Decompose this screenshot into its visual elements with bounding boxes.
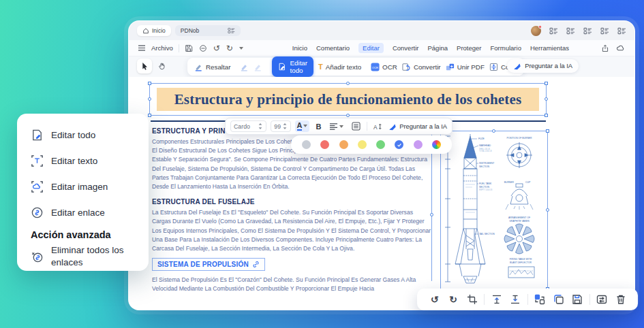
nav-herramientas[interactable]: Herramientas xyxy=(530,44,569,52)
color-swatch-red[interactable] xyxy=(320,140,329,149)
color-swatch-orange[interactable] xyxy=(339,140,348,149)
selection-handle[interactable] xyxy=(346,82,350,85)
ocr-button[interactable]: OCR OCR xyxy=(371,63,397,71)
edit-text-icon xyxy=(31,154,44,167)
ask-ai-format-button[interactable]: Preguntar a la IA xyxy=(388,122,447,131)
panel-icon[interactable] xyxy=(549,27,558,35)
pen-icon[interactable] xyxy=(254,63,262,71)
selection-handle[interactable] xyxy=(346,114,350,117)
selection-handle[interactable] xyxy=(148,97,151,101)
user-avatar[interactable] xyxy=(531,26,541,36)
ask-ai-button[interactable]: Preguntar a la IA xyxy=(507,59,579,73)
selection-handle[interactable] xyxy=(546,129,549,133)
pen-icon[interactable] xyxy=(240,63,249,71)
convertir-button[interactable]: Convertir xyxy=(402,63,441,71)
color-swatch-purple[interactable] xyxy=(414,140,423,149)
align-top-icon[interactable] xyxy=(490,293,504,306)
tab-label: Inicio xyxy=(152,27,166,34)
align-bottom-icon[interactable] xyxy=(508,293,522,306)
swap-icon[interactable] xyxy=(595,293,609,306)
color-swatch-custom[interactable] xyxy=(432,140,441,149)
title-selection-frame[interactable]: Estructura y principio de funcionamiento… xyxy=(149,83,547,116)
delete-icon[interactable] xyxy=(614,293,628,306)
chevron-down-icon[interactable] xyxy=(239,47,243,50)
save-image-icon[interactable] xyxy=(570,293,584,306)
nav-pagina[interactable]: Página xyxy=(427,44,448,52)
selection-handle[interactable] xyxy=(148,114,151,117)
selection-handle[interactable] xyxy=(430,213,433,216)
duplicate-icon[interactable] xyxy=(552,293,566,306)
section-link-heading[interactable]: SISTEMA DE PROPULSIÓN xyxy=(152,258,265,271)
edit-context-menu: Editar todo Editar texto Editar imagen E… xyxy=(17,114,149,271)
font-color-button[interactable]: A xyxy=(295,120,310,133)
nav-comentario[interactable]: Comentario xyxy=(316,44,350,52)
tab-inicio[interactable]: Inicio xyxy=(137,25,171,36)
section-paragraph[interactable]: El Sistema De Propulsión Es El "Corazón"… xyxy=(152,276,433,293)
unir-pdf-button[interactable]: Unir PDF xyxy=(446,63,485,71)
align-button[interactable] xyxy=(327,121,346,132)
undo-icon[interactable]: ↺ xyxy=(428,293,442,306)
panel-icon[interactable] xyxy=(617,27,626,35)
menu-item-editar-texto[interactable]: Editar texto xyxy=(31,148,138,174)
color-swatch-yellow[interactable] xyxy=(358,140,367,149)
bold-button[interactable]: B xyxy=(313,121,323,132)
undo-icon[interactable]: ↺ xyxy=(213,44,220,52)
hand-tool-button[interactable] xyxy=(155,59,170,73)
nav-proteger[interactable]: Proteger xyxy=(457,44,481,52)
merge-icon xyxy=(446,63,455,71)
editar-todo-button[interactable]: Editar todo xyxy=(272,56,313,77)
tab-list-icon[interactable] xyxy=(228,27,235,34)
replace-icon[interactable] xyxy=(533,293,547,306)
select-cursor-button[interactable] xyxy=(137,59,152,73)
menu-item-eliminar-enlaces[interactable]: Eliminar todos los enlaces xyxy=(31,242,138,272)
ai-pen-icon xyxy=(513,62,521,70)
section-heading[interactable]: ESTRUCTURA DEL FUSELAJE xyxy=(152,198,433,206)
nav-formulario[interactable]: Formulario xyxy=(491,44,521,52)
print-icon[interactable] xyxy=(199,44,207,52)
selection-handle[interactable] xyxy=(546,208,549,212)
document-title[interactable]: Estructura y principio de funcionamiento… xyxy=(157,88,539,111)
hamburger-icon[interactable] xyxy=(138,45,145,51)
share-icon[interactable] xyxy=(601,44,609,52)
selection-handle[interactable] xyxy=(545,114,548,117)
color-swatch-green[interactable] xyxy=(376,140,385,149)
image-selection-frame[interactable] xyxy=(440,131,548,289)
selection-handle[interactable] xyxy=(148,82,151,85)
crop-icon[interactable] xyxy=(465,293,479,306)
color-swatch-gray[interactable] xyxy=(302,140,311,149)
color-swatch-blue-selected[interactable] xyxy=(395,140,403,149)
document-canvas[interactable]: Estructura y principio de funcionamiento… xyxy=(129,77,634,310)
selection-handle[interactable] xyxy=(545,97,548,101)
selection-handle[interactable] xyxy=(545,82,548,85)
panel-icon[interactable] xyxy=(600,27,609,35)
compress-icon xyxy=(489,63,498,71)
menu-item-editar-imagen[interactable]: Editar imagen xyxy=(31,174,138,199)
redo-icon[interactable]: ↻ xyxy=(446,293,460,306)
section-paragraph[interactable]: La Estructura Del Fuselaje Es El "Esquel… xyxy=(152,208,433,253)
line-spacing-icon xyxy=(352,122,361,131)
tab-pdnob[interactable]: PDNob xyxy=(175,25,241,36)
image-actions-toolbar: ↺ ↻ xyxy=(417,289,638,310)
notification-dot xyxy=(538,25,542,29)
text-case-button[interactable]: A xyxy=(371,121,384,132)
home-icon xyxy=(142,27,149,34)
selection-handle[interactable] xyxy=(492,129,495,133)
font-family-select[interactable]: Cardo xyxy=(230,120,266,132)
menu-item-editar-enlace[interactable]: Editar enlace xyxy=(31,199,138,225)
font-size-select[interactable]: 99 xyxy=(271,120,290,132)
menu-item-editar-todo[interactable]: Editar todo xyxy=(31,122,138,148)
cloud-sync-icon[interactable] xyxy=(616,44,625,52)
nav-convertir[interactable]: Convertir xyxy=(393,44,419,52)
archivo-menu[interactable]: Archivo xyxy=(151,44,173,52)
line-spacing-button[interactable] xyxy=(350,120,363,132)
save-icon[interactable] xyxy=(185,44,193,52)
panel-icon[interactable] xyxy=(566,27,575,35)
redo-icon[interactable]: ↻ xyxy=(226,44,233,52)
nav-editar[interactable]: Editar xyxy=(358,43,384,53)
panel-icon[interactable] xyxy=(583,27,592,35)
remove-links-icon xyxy=(31,250,44,263)
menu-bar: Archivo ↺ ↻ Inicio Comentario Editar Con… xyxy=(129,40,634,56)
nav-inicio[interactable]: Inicio xyxy=(292,44,307,52)
resaltar-button[interactable]: Resaltar xyxy=(194,63,230,71)
anadir-texto-button[interactable]: T Añadir texto xyxy=(318,63,361,71)
